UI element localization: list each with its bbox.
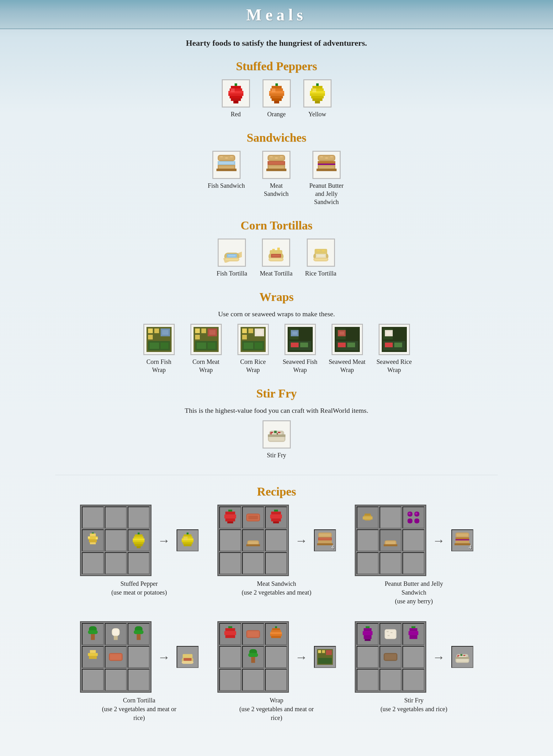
craft-cell (219, 669, 241, 691)
svg-rect-26 (311, 96, 324, 98)
svg-rect-247 (363, 631, 372, 635)
stir-fry-items: Stir Fry (262, 420, 291, 459)
svg-rect-245 (366, 626, 370, 628)
craft-grid (80, 505, 152, 576)
svg-rect-83 (148, 328, 153, 333)
craft-cell (105, 669, 127, 691)
svg-rect-108 (255, 343, 262, 349)
svg-rect-98 (197, 343, 206, 349)
svg-rect-22 (312, 86, 322, 88)
craft-cell (265, 530, 287, 551)
craft-cell (402, 623, 424, 645)
corn-rice-wrap-label: Corn Rice Wrap (234, 358, 272, 374)
rice-tortilla-icon (307, 239, 335, 267)
svg-rect-90 (161, 343, 168, 349)
craft-cell (219, 646, 241, 668)
svg-rect-43 (269, 162, 284, 164)
fish-tortilla-icon (218, 239, 246, 267)
list-item: Seaweed Meat Wrap (328, 324, 366, 374)
svg-rect-141 (276, 433, 278, 435)
svg-rect-99 (208, 343, 216, 349)
svg-rect-179 (273, 522, 279, 524)
craft-cell (242, 646, 264, 668)
recipe-grid-area: → 4 (355, 505, 473, 576)
svg-rect-29 (312, 88, 316, 92)
svg-rect-94 (195, 335, 200, 340)
svg-rect-2 (231, 86, 241, 88)
svg-rect-8 (233, 101, 238, 103)
craft-cell (402, 646, 424, 668)
svg-rect-170 (225, 518, 235, 521)
meat-tortilla-label: Meat Tortilla (260, 269, 292, 277)
pbj-sandwich-icon (312, 151, 341, 179)
craft-grid (217, 505, 289, 576)
svg-rect-53 (318, 164, 335, 165)
svg-rect-129 (386, 332, 391, 335)
svg-rect-85 (148, 335, 153, 340)
stuffed-peppers-title: Stuffed Peppers (236, 59, 317, 73)
svg-rect-197 (415, 512, 417, 514)
svg-rect-242 (322, 650, 325, 653)
svg-rect-63 (228, 255, 236, 256)
recipe-grid-area: → (217, 621, 336, 693)
list-item: Fish Tortilla (217, 239, 247, 277)
svg-rect-235 (270, 634, 282, 636)
svg-rect-36 (217, 169, 237, 171)
svg-rect-220 (110, 654, 122, 660)
craft-cell (219, 530, 241, 551)
craft-cell (357, 552, 379, 574)
craft-cell (105, 530, 127, 551)
list-item: Orange (262, 79, 291, 118)
craft-cell (380, 646, 401, 668)
svg-rect-87 (162, 330, 168, 335)
svg-rect-160 (183, 535, 191, 536)
svg-rect-190 (363, 516, 372, 519)
result-count: 4 (331, 545, 334, 550)
svg-rect-16 (270, 96, 283, 98)
sandwiches-section: Sandwiches (0, 131, 553, 206)
svg-rect-49 (280, 156, 283, 157)
svg-rect-206 (455, 543, 470, 545)
svg-rect-222 (183, 658, 191, 661)
svg-rect-239 (251, 657, 255, 663)
svg-rect-252 (386, 631, 388, 632)
corn-fish-wrap-icon (143, 324, 175, 355)
list-item: Red (222, 79, 250, 118)
sandwiches-title: Sandwiches (247, 131, 306, 145)
craft-cell (380, 552, 401, 574)
svg-rect-238 (248, 653, 258, 657)
svg-rect-19 (271, 88, 275, 92)
svg-rect-92 (195, 328, 200, 333)
craft-cell (402, 669, 424, 691)
svg-rect-241 (318, 650, 321, 653)
yellow-pepper-label: Yellow (308, 110, 326, 118)
list-item: Meat Sandwich (257, 151, 295, 198)
svg-rect-0 (235, 83, 237, 86)
list-item: Seaweed Rice Wrap (376, 324, 413, 374)
svg-rect-257 (408, 631, 418, 635)
corn-fish-wrap-label: Corn Fish Wrap (140, 358, 178, 374)
svg-rect-147 (89, 540, 97, 542)
svg-rect-182 (246, 545, 260, 546)
recipes-title: Recipes (257, 485, 296, 498)
list-item: Peanut Butter and Jelly Sandwich (308, 151, 345, 206)
svg-rect-84 (154, 328, 159, 333)
craft-cell (219, 506, 241, 529)
recipe-wrap: → Wrap (use 2 vegetables and meat or ric… (217, 621, 336, 722)
svg-rect-176 (271, 511, 281, 514)
svg-rect-132 (394, 343, 402, 347)
svg-rect-78 (315, 259, 327, 260)
meat-sandwich-label: Meat Sandwich (257, 182, 295, 198)
craft-cell (380, 623, 401, 645)
svg-rect-200 (384, 545, 397, 546)
svg-rect-119 (347, 328, 358, 340)
svg-rect-73 (270, 250, 282, 254)
svg-rect-253 (391, 632, 392, 633)
svg-rect-225 (228, 626, 232, 628)
svg-rect-265 (460, 654, 462, 656)
list-item: Rice Tortilla (305, 239, 336, 277)
wraps-title: Wraps (259, 290, 294, 304)
svg-rect-111 (300, 328, 311, 340)
craft-cell (357, 623, 379, 645)
svg-rect-48 (275, 157, 278, 159)
